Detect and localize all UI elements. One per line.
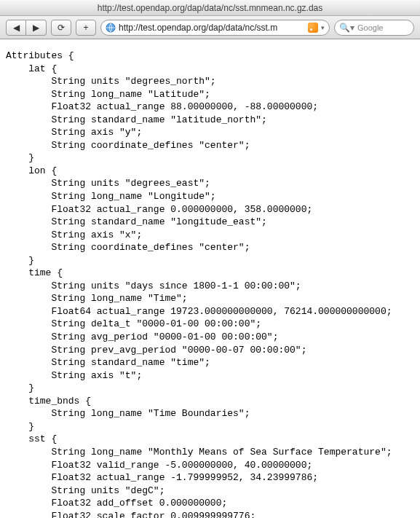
code-line: String units "degrees_north";	[6, 75, 414, 88]
code-line: }	[6, 420, 414, 433]
plus-icon: +	[83, 23, 88, 33]
code-line: lon {	[6, 165, 414, 178]
code-line: Float32 actual_range 88.00000000, -88.00…	[6, 101, 414, 114]
code-line: String coordinate_defines "center";	[6, 241, 414, 254]
code-line: String prev_avg_period "0000-00-07 00:00…	[6, 344, 414, 357]
code-line: String coordinate_defines "center";	[6, 139, 414, 152]
reload-button[interactable]: ⟳	[51, 20, 71, 36]
code-line: String units "days since 1800-1-1 00:00:…	[6, 280, 414, 293]
code-line: String long_name "Time Boundaries";	[6, 407, 414, 420]
code-line: Float32 scale_factor 0.009999999776;	[6, 510, 414, 518]
code-line: }	[6, 152, 414, 165]
code-line: String avg_period "0000-01-00 00:00:00";	[6, 331, 414, 344]
add-button[interactable]: +	[76, 20, 96, 36]
code-line: Float32 add_offset 0.000000000;	[6, 497, 414, 510]
code-line: String standard_name "longitude_east";	[6, 216, 414, 229]
code-line: String long_name "Longitude";	[6, 190, 414, 203]
code-line: Float32 actual_range -1.799999952, 34.23…	[6, 471, 414, 484]
window-titlebar: http://test.opendap.org/dap/data/nc/sst.…	[0, 0, 420, 16]
code-line: Float32 valid_range -5.000000000, 40.000…	[6, 459, 414, 472]
dropdown-icon[interactable]: ▾	[321, 24, 325, 31]
favicon-icon	[106, 23, 116, 33]
code-line: String units "degrees_east";	[6, 177, 414, 190]
browser-toolbar: ◀ ▶ ⟳ + http://test.opendap.org/dap/data…	[0, 16, 420, 39]
url-text: http://test.opendap.org/dap/data/nc/sst.…	[119, 23, 305, 33]
code-line: String long_name "Time";	[6, 292, 414, 305]
search-icon: 🔍▾	[339, 23, 354, 33]
window-title: http://test.opendap.org/dap/data/nc/sst.…	[98, 3, 323, 13]
code-line: String units "degC";	[6, 484, 414, 498]
code-line: }	[6, 254, 414, 267]
code-line: Attributes {	[6, 50, 414, 63]
reload-icon: ⟳	[58, 23, 65, 33]
code-line: String axis "y";	[6, 126, 414, 139]
code-line: String axis "x";	[6, 229, 414, 242]
code-line: String axis "t";	[6, 369, 414, 382]
code-line: String long_name "Latitude";	[6, 88, 414, 101]
rss-icon[interactable]	[308, 23, 318, 33]
code-line: sst {	[6, 433, 414, 446]
code-line: String delta_t "0000-01-00 00:00:00";	[6, 318, 414, 331]
code-line: time_bnds {	[6, 395, 414, 408]
code-line: lat {	[6, 63, 414, 76]
code-line: String standard_name "latitude_north";	[6, 114, 414, 127]
code-line: time {	[6, 267, 414, 280]
search-placeholder: Google	[357, 23, 383, 32]
forward-icon: ▶	[33, 23, 39, 33]
code-line: String long_name "Monthly Means of Sea S…	[6, 446, 414, 459]
code-line: String standard_name "time";	[6, 356, 414, 369]
back-button[interactable]: ◀	[6, 20, 26, 36]
search-box[interactable]: 🔍▾ Google	[334, 20, 414, 36]
forward-button[interactable]: ▶	[26, 20, 47, 36]
code-line: }	[6, 382, 414, 395]
back-icon: ◀	[13, 23, 20, 33]
code-line: Float64 actual_range 19723.000000000000,…	[6, 305, 414, 318]
nav-button-group: ◀ ▶	[6, 20, 47, 36]
page-content: Attributes {lat {String units "degrees_n…	[0, 39, 420, 518]
code-line: Float32 actual_range 0.000000000, 358.00…	[6, 203, 414, 216]
url-bar[interactable]: http://test.opendap.org/dap/data/nc/sst.…	[100, 20, 330, 36]
